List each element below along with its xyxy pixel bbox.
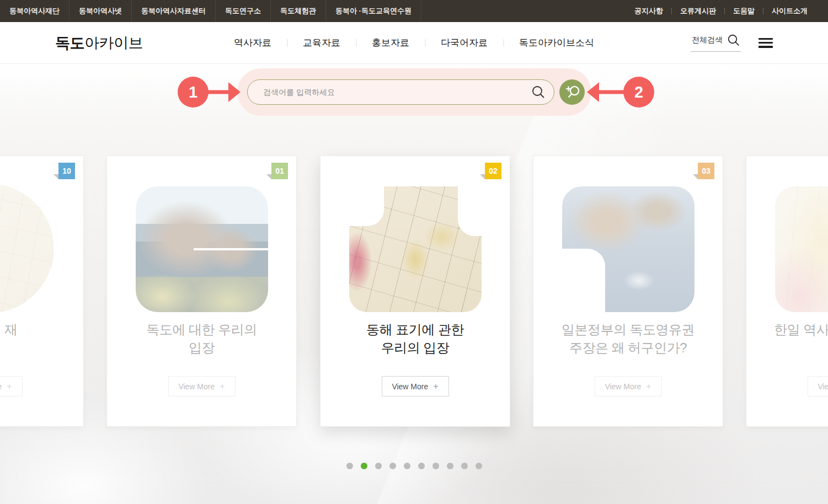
- nav-promotion-materials[interactable]: 홍보자료: [372, 36, 409, 49]
- search-box: [247, 79, 554, 105]
- divider: [425, 39, 425, 47]
- link-neahf[interactable]: 동북아역사재단: [0, 0, 70, 22]
- divider: [356, 39, 356, 47]
- link-error-board[interactable]: 오류게시판: [672, 6, 724, 16]
- link-help[interactable]: 도움말: [725, 6, 763, 16]
- card-image-aerial-photo: [562, 186, 695, 312]
- divider: [287, 39, 287, 47]
- carousel-card-03[interactable]: 03 일본정부의 독도영유권 주장은 왜 허구인가? View More +: [533, 156, 723, 427]
- pagination-dot-active[interactable]: [361, 463, 367, 469]
- main-search-area: [237, 68, 591, 116]
- carousel-card-10[interactable]: 10 재 View More +: [0, 156, 84, 427]
- hamburger-menu-icon[interactable]: [758, 38, 773, 48]
- carousel-card-next[interactable]: 한일 역사 View More +: [746, 156, 828, 427]
- pagination-dot[interactable]: [476, 463, 482, 469]
- nav-history-materials[interactable]: 역사자료: [234, 36, 271, 49]
- card-image-old-map: [0, 184, 54, 313]
- page: 동북아역사재단 동북아역사넷 동북아역사자료센터 독도연구소 독도체험관 동북아…: [0, 0, 828, 504]
- advanced-search-icon: [564, 83, 580, 101]
- card-image-dokdo-photo: [136, 186, 268, 312]
- view-more-button[interactable]: View More +: [595, 376, 662, 396]
- utility-links: 공지사항 오류게시판 도움말 사이트소개: [626, 0, 828, 22]
- hero-section: 1 2 10 재 View More +: [0, 64, 828, 504]
- card-title: 독도에 대한 우리의 입장: [107, 320, 296, 357]
- card-number-badge: 01: [271, 163, 288, 179]
- link-dokdo-institute[interactable]: 독도연구소: [216, 0, 271, 22]
- header-right-controls: 전체검색: [691, 34, 773, 52]
- site-logo[interactable]: 독도아카이브: [55, 33, 143, 53]
- card-number-badge: 10: [58, 163, 75, 179]
- link-education-center[interactable]: 동북아 ·독도교육연수원: [326, 0, 421, 22]
- pagination-dot[interactable]: [432, 463, 439, 469]
- card-number-badge: 03: [698, 163, 714, 179]
- plus-icon: +: [646, 382, 651, 392]
- card-image-antique-map: [349, 186, 482, 312]
- search-input[interactable]: [247, 79, 554, 105]
- logo-bold-text: 독도: [55, 35, 84, 51]
- pagination-dot[interactable]: [447, 463, 453, 469]
- logo-rest-text: 아카이브: [84, 35, 143, 51]
- advanced-search-button[interactable]: [559, 79, 585, 105]
- related-sites-links: 동북아역사재단 동북아역사넷 동북아역사자료센터 독도연구소 독도체험관 동북아…: [0, 0, 421, 22]
- issue-card-carousel: 10 재 View More + 01 독도에: [0, 156, 828, 427]
- main-navigation: 역사자료 교육자료 홍보자료 다국어자료 독도아카이브소식: [234, 36, 594, 49]
- card-title: 동해 표기에 관한 우리의 입장: [320, 320, 510, 357]
- link-history-net[interactable]: 동북아역사넷: [70, 0, 132, 22]
- card-number-badge: 02: [485, 163, 501, 179]
- pagination-dot[interactable]: [346, 463, 353, 469]
- pagination-dot[interactable]: [375, 463, 382, 469]
- card-image-colored-map: [775, 186, 828, 312]
- pagination-dot[interactable]: [404, 463, 410, 469]
- link-data-center[interactable]: 동북아역사자료센터: [132, 0, 216, 22]
- pagination-dot[interactable]: [418, 463, 425, 469]
- link-dokdo-experience[interactable]: 독도체험관: [271, 0, 326, 22]
- annotation-2-number: 2: [634, 83, 643, 101]
- plus-icon: +: [7, 382, 12, 392]
- search-icon: [727, 34, 740, 46]
- carousel-card-02-active[interactable]: 02 동해 표기에 관한 우리의 입장 View More +: [320, 156, 510, 427]
- plus-icon: +: [433, 382, 438, 392]
- site-header: 독도아카이브 역사자료 교육자료 홍보자료 다국어자료 독도아카이브소식 전체검…: [0, 22, 828, 64]
- plus-icon: +: [220, 382, 225, 392]
- card-title: 재: [0, 320, 105, 339]
- link-notice[interactable]: 공지사항: [626, 6, 671, 16]
- nav-archive-news[interactable]: 독도아카이브소식: [519, 36, 594, 49]
- nav-multilingual-materials[interactable]: 다국어자료: [441, 36, 488, 49]
- view-more-button[interactable]: View More +: [382, 376, 449, 396]
- total-search-label: 전체검색: [692, 35, 723, 45]
- top-utility-bar: 동북아역사재단 동북아역사넷 동북아역사자료센터 독도연구소 독도체험관 동북아…: [0, 0, 828, 22]
- carousel-pagination: [0, 463, 828, 469]
- card-title: 일본정부의 독도영유권 주장은 왜 허구인가?: [533, 320, 723, 357]
- view-more-button[interactable]: View More +: [808, 376, 828, 396]
- annotation-1: 1: [178, 77, 242, 108]
- link-site-intro[interactable]: 사이트소개: [763, 6, 816, 16]
- total-search-button[interactable]: 전체검색: [691, 34, 741, 52]
- annotation-1-number: 1: [189, 83, 197, 101]
- view-more-button[interactable]: View More +: [0, 376, 23, 396]
- pagination-dot[interactable]: [389, 463, 396, 469]
- search-icon[interactable]: [531, 85, 546, 99]
- annotation-2: 2: [587, 77, 654, 108]
- pagination-dot[interactable]: [461, 463, 468, 469]
- card-title: 한일 역사: [746, 320, 828, 339]
- divider: [503, 39, 504, 47]
- view-more-button[interactable]: View More +: [168, 376, 236, 396]
- nav-education-materials[interactable]: 교육자료: [303, 36, 340, 49]
- carousel-card-01[interactable]: 01 독도에 대한 우리의 입장 View More +: [106, 156, 297, 427]
